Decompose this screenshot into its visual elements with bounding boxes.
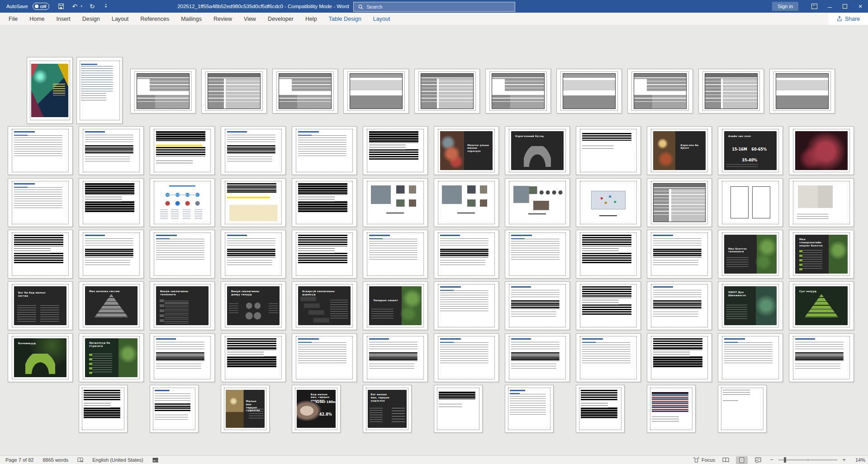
page-thumbnail-34[interactable] bbox=[647, 178, 712, 227]
redo-button[interactable]: ↻ bbox=[89, 3, 96, 10]
page-thumbnail-33[interactable] bbox=[576, 178, 641, 227]
ribbon-tab-layout[interactable]: Layout bbox=[106, 13, 135, 25]
page-thumbnail-25[interactable] bbox=[8, 178, 73, 227]
page-thumbnail-81[interactable] bbox=[647, 385, 696, 433]
ribbon-tab-design[interactable]: Design bbox=[76, 13, 106, 25]
proofing-status-button[interactable] bbox=[77, 457, 83, 463]
page-thumbnail-73[interactable] bbox=[79, 385, 128, 433]
page-thumbnail-56[interactable] bbox=[505, 281, 570, 330]
zoom-slider-thumb[interactable] bbox=[784, 457, 786, 463]
customize-quick-access-button[interactable]: ▾ bbox=[102, 3, 109, 10]
minimize-button[interactable] bbox=[822, 0, 837, 13]
page-thumbnail-1[interactable] bbox=[27, 57, 73, 124]
page-thumbnail-4[interactable] bbox=[201, 69, 267, 114]
ribbon-tab-references[interactable]: References bbox=[134, 13, 175, 25]
page-thumbnail-6[interactable] bbox=[343, 69, 409, 114]
page-thumbnail-78[interactable] bbox=[434, 385, 483, 433]
page-thumbnail-5[interactable] bbox=[272, 69, 338, 114]
document-canvas[interactable]: Монгол улсын махны хэрэгцээХэрэглээний б… bbox=[0, 25, 868, 456]
page-thumbnail-30[interactable] bbox=[363, 178, 428, 227]
ribbon-tab-developer[interactable]: Developer bbox=[262, 13, 299, 25]
page-thumbnail-74[interactable] bbox=[150, 385, 199, 433]
page-thumbnail-13[interactable] bbox=[8, 126, 73, 175]
page-thumbnail-46[interactable] bbox=[647, 230, 712, 279]
page-thumbnail-27[interactable] bbox=[150, 178, 215, 227]
page-thumbnail-50[interactable]: Мах ангилах систем bbox=[79, 281, 144, 330]
autosave-toggle[interactable]: Off bbox=[33, 3, 50, 10]
page-thumbnail-54[interactable]: Чанарын хяналт bbox=[363, 281, 428, 330]
page-indicator[interactable]: Page 7 of 82 bbox=[5, 457, 33, 463]
page-thumbnail-67[interactable] bbox=[434, 333, 499, 382]
page-thumbnail-8[interactable] bbox=[485, 69, 551, 114]
page-thumbnail-55[interactable] bbox=[434, 281, 499, 330]
focus-button[interactable]: Focus bbox=[693, 457, 715, 463]
page-thumbnail-11[interactable] bbox=[698, 69, 764, 114]
page-thumbnail-26[interactable] bbox=[79, 178, 144, 227]
page-thumbnail-64[interactable] bbox=[221, 333, 286, 382]
read-mode-button[interactable] bbox=[720, 456, 731, 464]
page-thumbnail-2[interactable] bbox=[76, 57, 123, 124]
ribbon-tab-home[interactable]: Home bbox=[24, 13, 50, 25]
page-thumbnail-47[interactable]: Мах бэлтгэх технологи bbox=[718, 230, 783, 279]
page-thumbnail-77[interactable]: Бог малын мах, гарцын үндэслэл bbox=[363, 385, 412, 433]
print-layout-button[interactable] bbox=[736, 456, 748, 464]
restore-button[interactable] bbox=[837, 0, 853, 13]
page-thumbnail-43[interactable] bbox=[434, 230, 499, 279]
page-thumbnail-14[interactable] bbox=[79, 126, 144, 175]
page-thumbnail-38[interactable] bbox=[79, 230, 144, 279]
ribbon-tab-mailings[interactable]: Mailings bbox=[175, 13, 208, 25]
page-thumbnail-79[interactable] bbox=[505, 385, 554, 433]
page-thumbnail-42[interactable] bbox=[363, 230, 428, 279]
zoom-in-button[interactable]: + bbox=[841, 457, 847, 463]
page-thumbnail-19[interactable]: Монгол улсын махны хэрэгцээ bbox=[434, 126, 499, 175]
page-thumbnail-61[interactable]: Боломжууд bbox=[8, 333, 73, 382]
page-thumbnail-35[interactable] bbox=[718, 178, 783, 227]
page-thumbnail-70[interactable] bbox=[647, 333, 712, 382]
web-layout-button[interactable] bbox=[752, 456, 764, 464]
zoom-out-button[interactable]: − bbox=[768, 457, 775, 463]
ribbon-tab-layout[interactable]: Layout bbox=[367, 13, 396, 25]
ribbon-tab-review[interactable]: Review bbox=[208, 13, 238, 25]
page-thumbnail-51[interactable]: Вакум савлагааны технологи bbox=[150, 281, 215, 330]
page-thumbnail-21[interactable] bbox=[576, 126, 641, 175]
page-thumbnail-15[interactable] bbox=[150, 126, 215, 175]
page-thumbnail-49[interactable]: Бог ба бод малын нягтаа bbox=[8, 281, 73, 330]
page-thumbnail-62[interactable]: Эрсдэлүүд ба Стратеги bbox=[79, 333, 144, 382]
page-thumbnail-23[interactable]: Азийн зах зээл15-16М60-65%35-40% bbox=[718, 126, 783, 175]
search-input[interactable]: Search bbox=[353, 2, 515, 12]
page-thumbnail-28[interactable] bbox=[221, 178, 286, 227]
page-thumbnail-37[interactable] bbox=[8, 230, 73, 279]
page-thumbnail-48[interactable]: Мал тээвэрлэлтийн онцлог бэлтгэл bbox=[789, 230, 854, 279]
ribbon-tab-view[interactable]: View bbox=[238, 13, 262, 25]
zoom-percent[interactable]: 14% bbox=[852, 457, 865, 463]
page-thumbnail-18[interactable] bbox=[363, 126, 428, 175]
page-thumbnail-24[interactable] bbox=[789, 126, 854, 175]
undo-button[interactable]: ↶ bbox=[71, 3, 78, 10]
sign-in-button[interactable]: Sign in bbox=[772, 2, 798, 11]
page-thumbnail-12[interactable] bbox=[769, 69, 835, 114]
ribbon-tab-file[interactable]: File bbox=[3, 13, 24, 25]
page-thumbnail-32[interactable] bbox=[505, 178, 570, 227]
share-button[interactable]: Share bbox=[828, 13, 868, 25]
ribbon-tab-insert[interactable]: Insert bbox=[51, 13, 76, 25]
page-thumbnail-52[interactable]: Вакум савлагааны давуу талууд bbox=[221, 281, 286, 330]
ribbon-tab-help[interactable]: Help bbox=[299, 13, 323, 25]
page-thumbnail-65[interactable] bbox=[292, 333, 357, 382]
word-count[interactable]: 8865 words bbox=[43, 457, 68, 463]
page-thumbnail-36[interactable] bbox=[789, 178, 854, 227]
page-thumbnail-71[interactable] bbox=[718, 333, 783, 382]
zoom-slider[interactable] bbox=[778, 459, 837, 460]
undo-dropdown-icon[interactable]: ▾ bbox=[81, 5, 82, 8]
page-thumbnail-82[interactable] bbox=[718, 385, 767, 433]
page-thumbnail-63[interactable] bbox=[150, 333, 215, 382]
page-thumbnail-75[interactable]: Малын мах гарцын судалгаа bbox=[221, 385, 270, 433]
page-thumbnail-22[interactable]: Хэрэглээ ба Эрэлт bbox=[647, 126, 712, 175]
page-thumbnail-39[interactable] bbox=[150, 230, 215, 279]
page-thumbnail-17[interactable] bbox=[292, 126, 357, 175]
page-thumbnail-53[interactable]: Агааргүй савлагааны дүрмүүд bbox=[292, 281, 357, 330]
page-thumbnail-31[interactable] bbox=[434, 178, 499, 227]
page-thumbnail-59[interactable]: SWOT Дүн Шинжилгээ bbox=[718, 281, 783, 330]
page-thumbnail-41[interactable] bbox=[292, 230, 357, 279]
page-thumbnail-44[interactable] bbox=[505, 230, 570, 279]
page-thumbnail-76[interactable]: Бод малын мах, гарцын үндэслэл420кг180кг… bbox=[292, 385, 341, 433]
